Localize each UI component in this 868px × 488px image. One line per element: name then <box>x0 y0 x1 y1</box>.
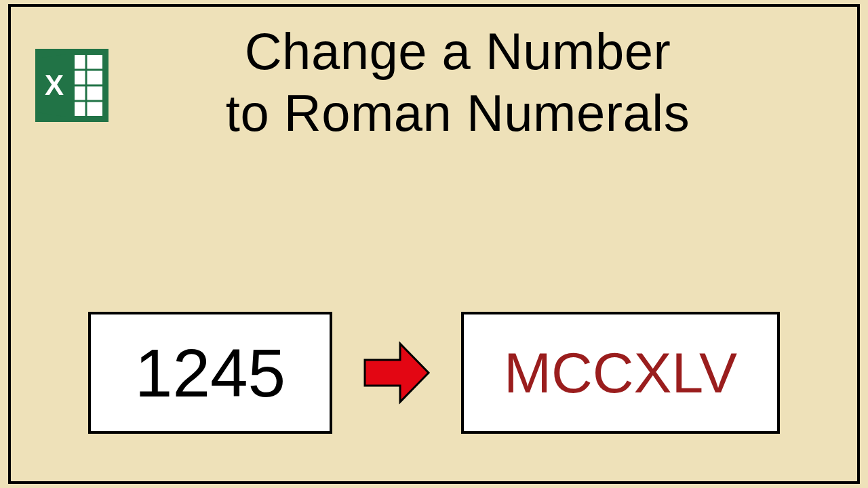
output-roman-value: MCCXLV <box>504 340 737 406</box>
conversion-row: 1245 MCCXLV <box>11 312 857 434</box>
title-line-1: Change a Number <box>113 20 803 82</box>
svg-marker-9 <box>365 344 429 402</box>
right-arrow-icon <box>359 336 434 410</box>
svg-text:X: X <box>45 69 64 101</box>
content-frame: X Change a Number to Roman Numerals 1245… <box>8 4 860 484</box>
input-number-box: 1245 <box>88 312 332 434</box>
title-block: Change a Number to Roman Numerals <box>113 20 830 144</box>
title-line-2: to Roman Numerals <box>113 82 803 144</box>
input-number-value: 1245 <box>135 334 285 412</box>
excel-icon: X <box>31 45 113 126</box>
output-roman-box: MCCXLV <box>461 312 780 434</box>
header-row: X Change a Number to Roman Numerals <box>11 7 857 144</box>
